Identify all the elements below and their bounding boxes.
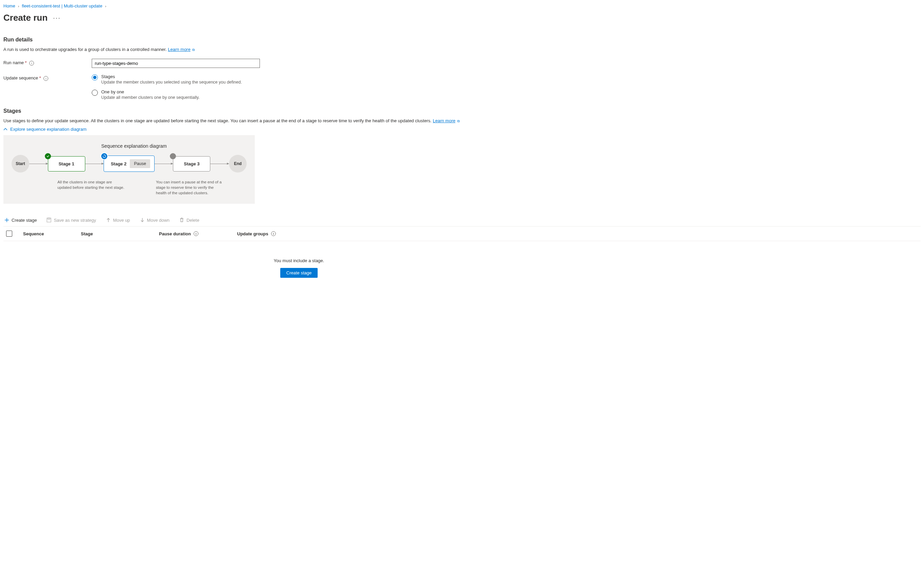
sync-circle-icon — [100, 153, 108, 160]
arrow-icon — [154, 164, 173, 164]
svg-rect-1 — [48, 218, 50, 219]
empty-message: You must include a stage. — [3, 258, 594, 263]
run-name-input[interactable] — [92, 59, 260, 68]
diagram-pause-chip: Pause — [130, 159, 150, 168]
diagram-stage2-label: Stage 2 — [111, 161, 126, 166]
arrow-up-icon — [106, 217, 111, 223]
update-sequence-row: Update sequence * i Stages Update the me… — [3, 74, 921, 100]
chevron-up-icon — [3, 127, 8, 132]
diagram-flow: Start Stage 1 Stage 2 Pause Stage 3 — [12, 155, 247, 172]
update-sequence-label-text: Update sequence — [3, 75, 38, 81]
radio-one-by-one-desc: Update all member clusters one by one se… — [101, 95, 200, 100]
move-down-button[interactable]: Move down — [139, 216, 170, 224]
move-down-label: Move down — [147, 218, 170, 223]
breadcrumb-fleet[interactable]: fleet-consistent-test | Multi-cluster up… — [22, 3, 102, 9]
pause-duration-label: Pause duration — [159, 231, 191, 236]
arrow-down-icon — [140, 217, 145, 223]
trash-icon — [179, 217, 184, 223]
table-col-stage: Stage — [81, 231, 159, 236]
info-icon[interactable]: i — [29, 61, 34, 66]
explore-toggle-text: Explore sequence explanation diagram — [10, 127, 87, 132]
create-stage-button[interactable]: Create stage — [3, 216, 38, 224]
learn-more-link[interactable]: Learn more — [168, 47, 190, 52]
save-strategy-button[interactable]: Save as new strategy — [45, 216, 96, 224]
diagram-stage1: Stage 1 — [48, 156, 85, 172]
run-name-row: Run name * i — [3, 59, 921, 68]
page-title-row: Create run ··· — [3, 13, 921, 23]
radio-dot-icon — [93, 76, 96, 79]
diagram-stage2: Stage 2 Pause — [104, 156, 154, 172]
diagram-caption-1: All the clusters in one stage are update… — [57, 179, 125, 196]
radio-stages-title: Stages — [101, 74, 242, 79]
update-sequence-control: Stages Update the member clusters you se… — [92, 74, 260, 100]
delete-label: Delete — [186, 218, 200, 223]
page-title: Create run — [3, 13, 48, 23]
delete-button[interactable]: Delete — [178, 216, 200, 224]
stages-desc-text: Use stages to define your update sequenc… — [3, 118, 431, 123]
run-details-description: A run is used to orchestrate upgrades fo… — [3, 47, 921, 52]
required-indicator: * — [25, 60, 27, 65]
update-sequence-label: Update sequence * i — [3, 74, 92, 81]
breadcrumb: Home › fleet-consistent-test | Multi-clu… — [3, 3, 921, 9]
save-strategy-label: Save as new strategy — [54, 218, 96, 223]
explore-diagram-toggle[interactable]: Explore sequence explanation diagram — [3, 127, 921, 132]
diagram-stage1-label: Stage 1 — [58, 161, 74, 166]
diagram-end-node: End — [229, 155, 247, 172]
table-col-pause: Pause duration i — [159, 231, 237, 236]
radio-one-by-one[interactable]: One by one Update all member clusters on… — [92, 89, 260, 100]
diagram-captions: All the clusters in one stage are update… — [12, 179, 247, 196]
table-col-checkbox — [6, 230, 23, 237]
move-up-button[interactable]: Move up — [105, 216, 131, 224]
radio-circle-icon — [92, 90, 98, 96]
arrow-icon — [85, 164, 104, 164]
external-link-icon: ⧉ — [457, 119, 460, 123]
create-stage-label: Create stage — [12, 218, 37, 223]
diagram-start-node: Start — [12, 155, 29, 172]
diagram-title: Sequence explanation diagram — [101, 143, 247, 149]
run-name-label-text: Run name — [3, 60, 24, 65]
external-link-icon: ⧉ — [192, 48, 195, 52]
run-name-label: Run name * i — [3, 59, 92, 66]
stages-section: Stages Use stages to define your update … — [3, 108, 921, 284]
diagram-stage3-label: Stage 3 — [184, 161, 200, 166]
select-all-checkbox[interactable] — [6, 230, 12, 237]
svg-rect-0 — [47, 218, 51, 222]
info-icon[interactable]: i — [194, 231, 198, 236]
info-icon[interactable]: i — [44, 76, 48, 81]
plus-icon — [4, 217, 9, 223]
run-name-control — [92, 59, 260, 68]
run-details-desc-text: A run is used to orchestrate upgrades fo… — [3, 47, 167, 52]
breadcrumb-home[interactable]: Home — [3, 3, 15, 9]
radio-circle-icon — [92, 74, 98, 81]
sequence-diagram: Sequence explanation diagram Start Stage… — [3, 135, 255, 204]
run-details-heading: Run details — [3, 37, 921, 43]
learn-more-link[interactable]: Learn more — [433, 118, 455, 123]
empty-state: You must include a stage. Create stage — [3, 241, 594, 284]
table-col-groups: Update groups i — [237, 231, 918, 236]
circle-icon — [170, 153, 176, 159]
info-icon[interactable]: i — [271, 231, 276, 236]
run-details-section: Run details A run is used to orchestrate… — [3, 37, 921, 100]
chevron-right-icon: › — [18, 4, 20, 8]
update-groups-label: Update groups — [237, 231, 268, 236]
radio-stages-labels: Stages Update the member clusters you se… — [101, 74, 242, 85]
create-stage-primary-button[interactable]: Create stage — [280, 268, 318, 278]
radio-stages[interactable]: Stages Update the member clusters you se… — [92, 74, 260, 85]
stages-table-header: Sequence Stage Pause duration i Update g… — [3, 226, 921, 241]
radio-stages-desc: Update the member clusters you selected … — [101, 80, 242, 85]
diagram-stage3: Stage 3 — [173, 156, 210, 172]
diagram-caption-2: You can insert a pause at the end of a s… — [156, 179, 224, 196]
stages-description: Use stages to define your update sequenc… — [3, 118, 921, 123]
table-col-sequence: Sequence — [23, 231, 81, 236]
save-icon — [46, 217, 52, 223]
stages-heading: Stages — [3, 108, 921, 114]
radio-one-by-one-labels: One by one Update all member clusters on… — [101, 89, 200, 100]
chevron-right-icon: › — [105, 4, 106, 8]
radio-one-by-one-title: One by one — [101, 89, 200, 94]
more-icon[interactable]: ··· — [53, 14, 61, 22]
arrow-icon — [29, 164, 48, 164]
move-up-label: Move up — [113, 218, 130, 223]
arrow-icon — [210, 164, 229, 164]
stages-toolbar: Create stage Save as new strategy Move u… — [3, 214, 921, 226]
update-sequence-radio-group: Stages Update the member clusters you se… — [92, 74, 260, 100]
